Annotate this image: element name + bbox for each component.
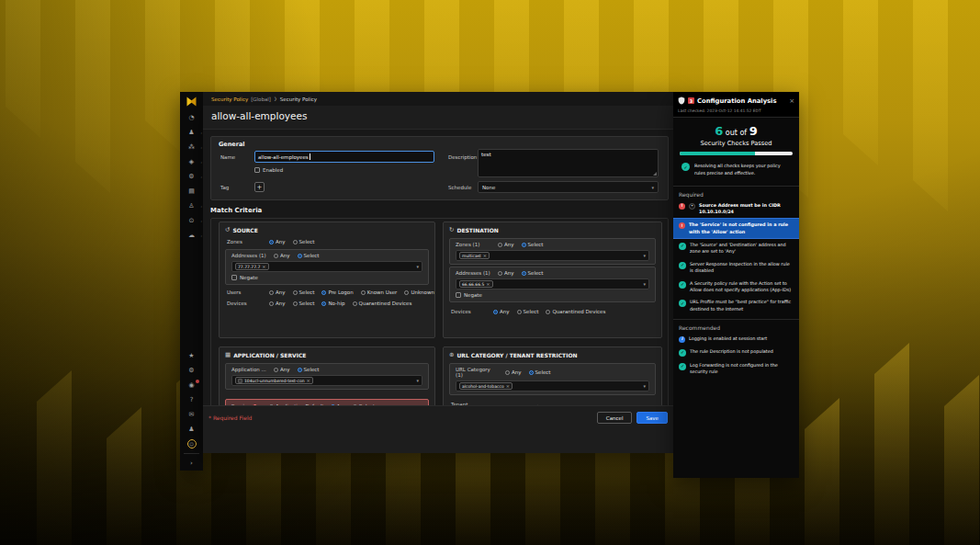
sidebar-item-network[interactable]: ⁂ › [180,140,203,154]
zones-select-radio[interactable]: Select [522,242,544,247]
required-item-4[interactable]: ✓ Server Response Inspection in the allo… [673,258,799,278]
breadcrumb-separator-icon: ❯ [274,97,277,101]
negate-checkbox-row[interactable]: Negate [456,292,482,298]
url-category-row: URL Category (1) Any Select [450,365,655,380]
users-unknown-radio[interactable]: Unknown [404,290,434,295]
destination-address-select[interactable]: 66.66.66.5 × ▾ [456,278,649,290]
application-any-radio[interactable]: Any [274,367,290,372]
devices-select-radio[interactable]: Select [517,309,539,314]
description-textarea[interactable]: test [478,149,659,177]
destination-negate-row: Negate [450,290,655,300]
required-item-5[interactable]: ✓ A Security policy rule with the Action… [673,278,799,297]
add-tag-button[interactable]: + [254,182,265,192]
users-select-radio[interactable]: Select [293,290,315,295]
negate-checkbox[interactable] [231,275,237,280]
chevron-down-icon: ▾ [416,264,419,269]
application-select-radio[interactable]: Select [298,367,320,372]
required-item-1[interactable]: ! • Source Address must be in CIDR 10.10… [673,199,799,219]
destination-addresses-group: Addresses (1) Any Select 66.66.66.5 × ▾ [449,267,656,302]
zones-label: Zones [227,239,262,244]
source-address-select[interactable]: 77.77.77.7 × ▾ [231,261,422,272]
devices-quarantined-radio[interactable]: Quarantined Devices [353,301,412,306]
sidebar-item-help[interactable]: ? [180,392,203,407]
devices-any-radio[interactable]: Any [493,309,510,314]
users-label: Users [227,290,262,295]
required-item-6[interactable]: ✓ URL Profile must be "best practice" fo… [673,296,799,315]
devices-quarantined-radio[interactable]: Quarantined Devices [546,309,605,314]
url-select-radio[interactable]: Select [529,369,551,375]
destination-header: ↻ DESTINATION [444,222,661,236]
devices-any-radio[interactable]: Any [269,301,286,306]
zones-any-radio[interactable]: Any [498,242,514,247]
chevron-right-icon: › [200,160,202,165]
destination-zones-group: Zones (1) Any Select multicast × ▾ [449,238,656,265]
sidebar-item-cloud[interactable]: ☁ › [180,228,203,243]
enabled-checkbox-row[interactable]: Enabled [254,167,283,173]
resize-handle-icon[interactable] [653,172,657,176]
recommended-item-2[interactable]: ✓ The rule Description is not populated [673,346,799,359]
negate-checkbox[interactable] [456,292,461,298]
gear-icon: ⚙ [188,173,194,180]
application-title: APPLICATION / SERVICE [233,352,306,358]
chip-remove-icon[interactable]: × [307,378,310,383]
sidebar-item-profile[interactable]: ☺ [180,437,203,451]
users-icon: ♟ [188,129,194,136]
url-category-icon: ⊕ [449,351,454,358]
schedule-select[interactable]: None ▾ [478,181,659,193]
sidebar-collapse-button[interactable]: › [180,456,203,471]
sidebar-item-identity[interactable]: ♙ › [180,199,203,213]
chevron-right-icon: › [200,233,202,238]
save-button[interactable]: Save [636,412,668,424]
destination-zone-select[interactable]: multicast × ▾ [456,250,649,261]
recommended-item-3[interactable]: ✓ Log Forwarding is not configured in th… [673,359,799,379]
brand-logo[interactable] [180,92,203,110]
addresses-select-radio[interactable]: Select [522,270,544,276]
users-knownuser-radio[interactable]: Known User [361,290,398,295]
network-icon: ⁂ [188,143,195,151]
addresses-select-radio[interactable]: Select [298,253,320,258]
negate-checkbox-row[interactable]: Negate [231,275,258,280]
sidebar-item-favorites[interactable]: ★ [180,348,203,363]
required-item-2[interactable]: ! The 'Service' is not configured in a r… [673,218,799,239]
sidebar-item-dashboard[interactable]: ◔ [180,110,203,125]
zones-any-radio[interactable]: Any [269,239,286,244]
sidebar-item-settings[interactable]: ⚙ › [180,169,203,184]
sidebar-item-insights[interactable]: ⊙ › [180,213,203,228]
chip-remove-icon[interactable]: × [262,264,265,269]
url-any-radio[interactable]: Any [505,369,522,375]
zones-select-radio[interactable]: Select [293,239,315,244]
recommended-item-1[interactable]: i Logging is enabled at session start [673,333,799,346]
dashboard-icon: ◔ [188,114,194,121]
schedule-value: None [482,185,495,190]
sidebar-item-preferences[interactable]: ⚙ [180,363,203,378]
sidebar-item-notifications[interactable]: ◉ [180,378,203,392]
application-select[interactable]: 104ucl-unnumbered-test-con × ▾ [231,375,422,386]
chip-remove-icon[interactable]: × [483,253,487,258]
enabled-checkbox[interactable] [254,167,260,173]
addresses-any-radio[interactable]: Any [274,253,290,258]
form-area: General Name allow-all-employees Enabled… [203,129,673,429]
chip-remove-icon[interactable]: × [506,383,510,389]
recommended-item-text: The rule Description is not populated [690,348,773,355]
chevron-down-icon: ▾ [416,378,419,383]
analysis-fail-badge: 3 [688,97,694,104]
users-any-radio[interactable]: Any [269,290,286,295]
close-icon[interactable]: × [789,97,794,105]
required-item-3[interactable]: ✓ The 'Source' and 'Destination' address… [673,239,799,258]
sidebar-item-security[interactable]: ◈ › [180,154,203,169]
devices-select-radio[interactable]: Select [293,301,315,306]
sidebar-divider [184,453,199,454]
url-category-select[interactable]: alcohol-and-tobacco × ▾ [456,380,649,392]
sidebar-item-account[interactable]: ♟ [180,422,203,437]
sidebar-item-reports[interactable]: ▤ [180,184,203,199]
users-prelogon-radio[interactable]: Pre Logon [321,290,353,295]
chevron-down-icon: ▾ [643,253,646,258]
devices-nohip-radio[interactable]: No-hip [321,301,344,306]
cancel-button[interactable]: Cancel [597,412,633,424]
addresses-any-radio[interactable]: Any [498,270,514,276]
sidebar-item-feedback[interactable]: ✉ [180,407,203,422]
chip-remove-icon[interactable]: × [486,281,490,287]
sidebar-item-users[interactable]: ♟ › [180,125,203,140]
breadcrumb-link[interactable]: Security Policy [211,97,248,102]
name-input[interactable]: allow-all-employees [254,151,434,163]
